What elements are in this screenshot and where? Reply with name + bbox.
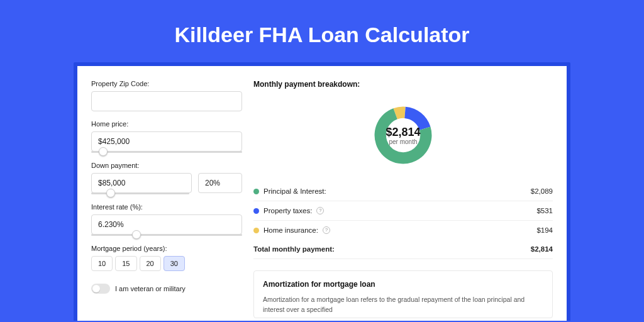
legend-dot <box>253 208 259 214</box>
period-buttons: 10152030 <box>91 256 242 271</box>
results-column: Monthly payment breakdown: $2,814 per mo… <box>253 80 553 313</box>
page-title: Killdeer FHA Loan Calculator <box>0 23 644 47</box>
slider-thumb[interactable] <box>132 230 141 239</box>
veteran-toggle[interactable] <box>91 284 110 294</box>
home-price-input[interactable] <box>91 131 242 152</box>
period-btn-15[interactable]: 15 <box>115 256 136 271</box>
legend-label: Principal & Interest: <box>264 187 326 195</box>
down-payment-group: Down payment: <box>91 162 242 194</box>
down-payment-label: Down payment: <box>91 162 242 169</box>
amort-body: Amortization for a mortgage loan refers … <box>263 295 543 315</box>
interest-group: Interest rate (%): <box>91 203 242 236</box>
legend-value: $194 <box>536 226 553 234</box>
donut-sub: per month <box>389 138 417 145</box>
browser-frame: Property Zip Code: Home price: Down paym… <box>74 62 570 321</box>
legend-value: $2,089 <box>531 187 553 195</box>
down-payment-input[interactable] <box>91 173 192 193</box>
period-btn-20[interactable]: 20 <box>140 256 161 271</box>
legend-value: $531 <box>536 207 553 214</box>
legend-total-row: Total monthly payment: $2,814 <box>253 240 553 259</box>
slider-thumb[interactable] <box>106 189 115 197</box>
donut-center: $2,814 per month <box>365 97 441 173</box>
home-price-group: Home price: <box>91 120 242 153</box>
home-price-label: Home price: <box>91 120 242 128</box>
total-value: $2,814 <box>531 245 553 253</box>
period-group: Mortgage period (years): 10152030 <box>91 245 242 271</box>
legend-row: Property taxes: ?$531 <box>253 201 553 221</box>
legend-row: Principal & Interest:$2,089 <box>253 182 553 201</box>
legend-row: Home insurance: ?$194 <box>253 221 553 240</box>
period-btn-30[interactable]: 30 <box>164 256 185 271</box>
breakdown-title: Monthly payment breakdown: <box>253 80 553 89</box>
info-icon[interactable]: ? <box>323 226 330 234</box>
veteran-label: I am veteran or military <box>115 285 186 292</box>
amort-title: Amortization for mortgage loan <box>263 280 543 289</box>
total-label: Total monthly payment: <box>253 245 335 253</box>
info-icon[interactable]: ? <box>316 207 324 214</box>
zip-label: Property Zip Code: <box>91 80 242 87</box>
legend-label: Property taxes: <box>264 207 312 214</box>
slider-thumb[interactable] <box>99 147 108 156</box>
legend-label: Home insurance: <box>264 226 318 234</box>
form-column: Property Zip Code: Home price: Down paym… <box>91 80 242 313</box>
donut-chart: $2,814 per month <box>365 97 441 173</box>
legend-dot <box>253 228 259 233</box>
down-payment-slider[interactable] <box>91 192 189 194</box>
period-btn-10[interactable]: 10 <box>91 256 113 271</box>
home-price-slider[interactable] <box>91 151 242 153</box>
down-payment-pct-input[interactable] <box>198 173 242 193</box>
zip-input[interactable] <box>91 91 242 111</box>
hero: Killdeer FHA Loan Calculator <box>0 0 644 62</box>
calculator-panel: Property Zip Code: Home price: Down paym… <box>77 66 567 321</box>
amortization-box: Amortization for mortgage loan Amortizat… <box>253 270 553 318</box>
zip-field-group: Property Zip Code: <box>91 80 242 111</box>
period-label: Mortgage period (years): <box>91 245 242 252</box>
interest-slider[interactable] <box>91 234 242 236</box>
veteran-toggle-row: I am veteran or military <box>91 284 242 294</box>
interest-input[interactable] <box>91 214 242 235</box>
legend: Principal & Interest:$2,089Property taxe… <box>253 182 553 240</box>
legend-dot <box>253 189 259 194</box>
donut-wrap: $2,814 per month <box>253 95 553 182</box>
donut-amount: $2,814 <box>386 126 420 139</box>
interest-label: Interest rate (%): <box>91 203 242 211</box>
